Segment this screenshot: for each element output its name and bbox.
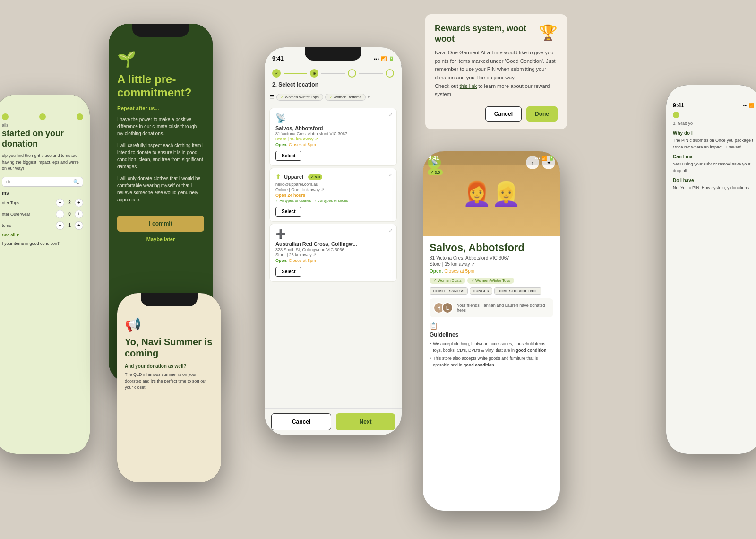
phone2-subtitle: And your donation as well?: [125, 364, 214, 369]
store-address: 81 Victoria Cres. Abbotsford VIC 3067: [430, 255, 553, 261]
signal-icon: ▪▪▪: [535, 156, 540, 161]
condition-question: f your items in good condition?: [2, 241, 83, 246]
expand-icon[interactable]: ⤢: [389, 228, 393, 233]
filter-chevron: ▾: [368, 95, 370, 100]
rewards-header: Rewards system, woot woot 🏆: [435, 24, 558, 44]
phone-select-location: 9:41 ▪▪▪ 📶 🔋 ✓ ⊙ 2. Select location ☰ ✓ …: [265, 47, 402, 435]
store-distance: Store | 15 km away ↗: [430, 261, 553, 267]
phone1-title: A little pre-commitment?: [117, 73, 204, 99]
signal-icon: ▪▪▪: [374, 56, 379, 61]
filter-chip-1[interactable]: ✓ Women Winter Tops: [276, 94, 323, 101]
rating-badge: ✓ 5.0: [308, 174, 322, 180]
wifi-icon: 📶: [381, 56, 387, 61]
filter-label: Women Winter Tops: [285, 95, 319, 99]
rewards-done-button[interactable]: Done: [526, 106, 558, 122]
see-all-link[interactable]: See all ▾: [2, 233, 83, 237]
location-name: Salvos, Abbotsford: [275, 125, 391, 131]
rating-value: 3.5: [435, 170, 440, 174]
wifi-icon: 📶: [541, 156, 547, 161]
open-label: Open.: [430, 269, 443, 274]
location-card-upparel: ⤢ ⬆ Upparel ✓ 5.0 hello@upparel.com.au O…: [269, 168, 397, 222]
filter-label: Women Bottoms: [334, 95, 361, 99]
filter-chip-2[interactable]: ✓ Women Bottoms: [325, 94, 366, 101]
expand-icon[interactable]: ⤢: [389, 172, 393, 177]
signal-icon: ▪▪▪: [743, 103, 747, 108]
rewards-link[interactable]: this link: [460, 83, 477, 89]
rewards-title: Rewards system, woot woot: [435, 24, 539, 44]
step-4-dot: [386, 69, 394, 78]
next-button[interactable]: Next: [336, 413, 395, 430]
location-name: Australian Red Cross, Collingw...: [275, 241, 391, 247]
have-answer: No! You c PIN. How system, y donations: [673, 185, 754, 191]
cause-tags: HOMELESSNESS HUNGER DOMESTIC VIOLENCE: [430, 287, 553, 295]
upparel-logo: ⬆: [275, 173, 281, 181]
status-bar: 9:41 ▪▪▪ 📶: [673, 102, 754, 109]
rating-value: 5.0: [315, 175, 320, 179]
step-3-dot: [348, 69, 356, 78]
phone1-subtitle: Repeat after us...: [117, 105, 204, 111]
select-button[interactable]: Select: [275, 267, 301, 277]
qty-plus-btn[interactable]: +: [75, 210, 83, 218]
progress-bar: ✓ ⊙: [265, 65, 402, 79]
maybe-later-link[interactable]: Maybe later: [117, 236, 204, 242]
friend-avatar-2: L: [442, 302, 453, 313]
store-hero-image: 👩‍🦰👱‍♀️ 📡 ↑ ✦ ✓ 3.5 9:41 ▪▪▪ 📶: [423, 151, 560, 236]
rewards-cancel-button[interactable]: Cancel: [485, 106, 522, 122]
qty-value: 2: [66, 200, 73, 205]
item-controls: − 1 +: [56, 221, 83, 230]
check-icon: ✓: [281, 95, 284, 99]
qty-plus-btn[interactable]: +: [75, 221, 83, 230]
wifi-icon: 📶: [749, 103, 754, 108]
expand-icon[interactable]: ⤢: [389, 112, 393, 117]
qty-minus-btn[interactable]: −: [56, 210, 64, 218]
cause-tag: HOMELESSNESS: [430, 287, 468, 295]
check-icon: ✓: [430, 170, 434, 174]
select-button[interactable]: Select: [275, 207, 301, 217]
items-title: ms: [2, 191, 83, 196]
time-label: 9:41: [673, 102, 684, 109]
open-label: Open.: [275, 142, 288, 147]
location-card-salvos: ⤢ 📡 Salvos, Abbotsford 81 Victoria Cres.…: [269, 108, 397, 166]
search-row: 🔍: [2, 177, 83, 187]
step-2-dot: ⊙: [310, 69, 318, 78]
rating-badge: ✓ 3.5: [428, 169, 443, 175]
commit-button[interactable]: I commit: [117, 216, 204, 232]
time-label: 9:41: [429, 155, 439, 161]
cancel-button[interactable]: Cancel: [271, 413, 331, 430]
step-label: 2. Select location: [265, 79, 402, 92]
check-icon: ✓: [329, 95, 333, 99]
qty-minus-btn[interactable]: −: [56, 199, 64, 207]
step-dot-2: [39, 113, 46, 120]
friends-avatars: H L: [433, 302, 453, 313]
qty-value: 0: [66, 211, 73, 217]
location-address: 81 Victoria Cres. Abbotsford VIC 3067: [275, 131, 391, 136]
phone1-body1: I have the power to make a positive diff…: [117, 116, 204, 137]
store-content: Salvos, Abbotsford 81 Victoria Cres. Abb…: [423, 236, 560, 511]
status-icons: ▪▪▪ 📶: [743, 103, 754, 108]
redcross-logo: ➕: [275, 229, 391, 239]
guideline-item-1: We accept clothing, footwear, accessorie…: [430, 341, 553, 354]
phone-notch: [305, 47, 361, 61]
cause-tag: HUNGER: [470, 287, 493, 295]
guidelines-title: Guidelines: [430, 331, 553, 338]
phone-notch: [132, 24, 189, 37]
open-label: Open 24 hours: [275, 193, 305, 198]
close-time: Closes at 5pm: [289, 142, 316, 147]
select-button[interactable]: Select: [275, 151, 301, 161]
qty-plus-btn[interactable]: +: [75, 199, 83, 207]
progress-row: [673, 112, 754, 118]
location-address: 328 Smith St, Collingwood VIC 3066: [275, 247, 391, 252]
phone2-title: Yo, Navi Summer is coming: [125, 336, 214, 359]
search-input[interactable]: [6, 179, 73, 184]
section-title: started on your donation: [2, 129, 83, 149]
grab-label: 3. Grab yo: [673, 121, 754, 126]
store-status: Open. Closes at 5pm: [430, 269, 553, 274]
friends-text: Your friends Hannah and Lauren have dona…: [457, 303, 550, 313]
battery-icon: 🔋: [549, 156, 554, 161]
phone-left: ails started on your donation elp you fi…: [0, 95, 90, 454]
phone-right-partial: 9:41 ▪▪▪ 📶 3. Grab yo Why do I The PIN c…: [666, 85, 756, 454]
step-line-2: [48, 117, 75, 117]
qty-minus-btn[interactable]: −: [56, 221, 64, 230]
location-distance: Online | One click away ↗: [275, 187, 391, 192]
megaphone-icon: 📢: [125, 317, 214, 332]
